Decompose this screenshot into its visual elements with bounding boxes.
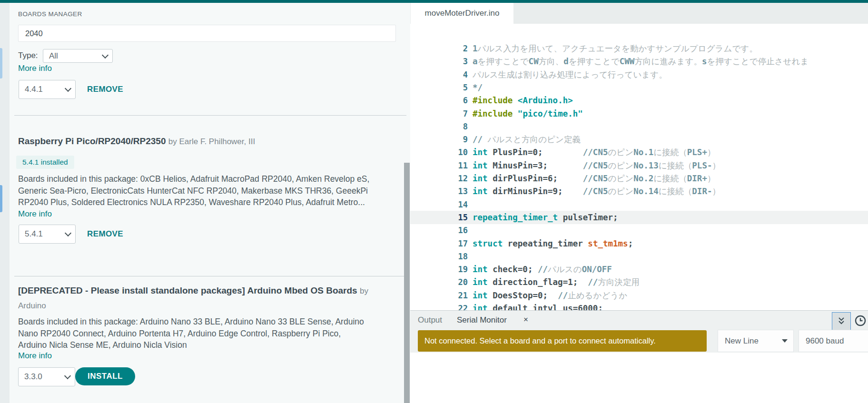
line-text: repeating_timer_t pulseTimer; bbox=[468, 213, 618, 222]
line-number: 4 bbox=[410, 70, 468, 79]
line-text: int MinusPin=3; //CN5のピンNo.13に接続（PLS-） bbox=[468, 160, 720, 171]
activity-strip bbox=[0, 3, 10, 403]
line-number: 12 bbox=[410, 174, 468, 183]
list-divider bbox=[14, 115, 406, 116]
code-line[interactable]: 14 bbox=[410, 198, 868, 211]
version-value-2: 5.4.1 bbox=[25, 229, 43, 239]
search-input[interactable] bbox=[18, 25, 396, 42]
code-line[interactable]: 19int check=0; //パルスのON/OFF bbox=[410, 263, 868, 276]
code-line[interactable]: 9// パルスと方向のピン定義 bbox=[410, 133, 868, 146]
version-select-3[interactable]: 3.3.0 bbox=[18, 367, 75, 386]
editor-tab-bar: moveMoterDriver.ino bbox=[410, 3, 868, 24]
code-line[interactable]: 21パルス入力を用いて、アクチュエータを動かすサンプルプログラムです。 bbox=[410, 42, 868, 55]
board-title-text: [DEPRECATED - Please install standalone … bbox=[18, 285, 357, 295]
install-button[interactable]: INSTALL bbox=[75, 367, 135, 385]
line-number: 11 bbox=[410, 161, 468, 170]
tab-serial-monitor[interactable]: Serial Monitor bbox=[457, 315, 507, 325]
tab-output[interactable]: Output bbox=[418, 315, 442, 325]
more-info-link-3[interactable]: More info bbox=[18, 351, 52, 361]
line-number: 10 bbox=[410, 147, 468, 157]
line-number: 9 bbox=[410, 135, 468, 144]
version-select-1[interactable]: 4.4.1 bbox=[19, 80, 76, 99]
type-filter-select[interactable]: All bbox=[43, 49, 113, 63]
line-number: 15 bbox=[410, 213, 468, 222]
chevron-down-icon bbox=[65, 85, 71, 92]
line-ending-select[interactable]: New Line bbox=[718, 330, 794, 352]
board-title-text: Raspberry Pi Pico/RP2040/RP2350 bbox=[18, 136, 166, 146]
chevron-down-icon bbox=[64, 373, 71, 379]
baud-rate-select[interactable]: 9600 baud bbox=[799, 330, 868, 352]
board-item-title: [DEPRECATED - Please install standalone … bbox=[18, 284, 389, 313]
line-ending-value: New Line bbox=[725, 336, 759, 346]
more-info-link-1[interactable]: More info bbox=[18, 64, 52, 73]
serial-monitor-panel: Output Serial Monitor × Not connected. S… bbox=[410, 310, 868, 403]
line-text: int dirPlusPin=6; //CN5のピンNo.2に接続（DIR+） bbox=[468, 173, 715, 184]
code-line[interactable]: 3aを押すことでCW方向、dを押すことでCWW方向に進みます。sを押すことで停止… bbox=[410, 55, 868, 68]
code-line[interactable]: 4パルス生成は割り込み処理によって行っています。 bbox=[410, 68, 868, 81]
timestamp-toggle-button[interactable] bbox=[853, 313, 868, 328]
code-line[interactable]: 5*/ bbox=[410, 81, 868, 94]
partial-icon-2[interactable] bbox=[0, 185, 2, 212]
line-text: 1パルス入力を用いて、アクチュエータを動かすサンプルプログラムです。 bbox=[468, 43, 758, 54]
code-line[interactable]: 18 bbox=[410, 250, 868, 263]
line-text: int check=0; //パルスのON/OFF bbox=[468, 264, 612, 275]
code-line[interactable]: 10int PlusPin=0; //CN5のピンNo.1に接続（PLS+） bbox=[410, 146, 868, 159]
baud-rate-value: 9600 baud bbox=[806, 336, 844, 346]
line-number: 22 bbox=[410, 304, 468, 310]
installed-badge: 5.4.1 installed bbox=[16, 156, 74, 169]
line-text: int default_intvl_us=6000; bbox=[468, 304, 603, 310]
type-filter-label: Type: bbox=[18, 51, 38, 60]
remove-button-1[interactable]: REMOVE bbox=[87, 85, 123, 94]
list-divider bbox=[14, 276, 406, 276]
triangle-down-icon bbox=[782, 339, 788, 343]
code-line[interactable]: 8 bbox=[410, 120, 868, 133]
line-number: 19 bbox=[410, 265, 468, 274]
code-editor[interactable]: 21パルス入力を用いて、アクチュエータを動かすサンプルプログラムです。3aを押す… bbox=[410, 24, 868, 310]
line-number: 13 bbox=[410, 187, 468, 196]
line-text: int dirMinusPin=9; //CN5のピンNo.14に接続（DIR-… bbox=[468, 186, 720, 197]
partial-icon-1[interactable] bbox=[0, 48, 2, 79]
code-line[interactable]: 22int default_intvl_us=6000; bbox=[410, 302, 868, 310]
line-text: int direction_flag=1; //方向決定用 bbox=[468, 276, 640, 288]
editor-tab[interactable]: moveMoterDriver.ino bbox=[411, 3, 513, 24]
line-number: 14 bbox=[410, 200, 468, 209]
line-number: 20 bbox=[410, 277, 468, 287]
code-line[interactable]: 16 bbox=[410, 224, 868, 237]
code-line[interactable]: 11int MinusPin=3; //CN5のピンNo.13に接続（PLS-） bbox=[410, 159, 868, 172]
boards-manager-panel: BOARDS MANAGER Type: All More info 4.4.1… bbox=[10, 3, 411, 403]
code-line[interactable]: 12int dirPlusPin=6; //CN5のピンNo.2に接続（DIR+… bbox=[410, 172, 868, 185]
code-line[interactable]: 17struct repeating_timer st_tm1ms; bbox=[410, 237, 868, 250]
version-value-1: 4.4.1 bbox=[25, 85, 43, 94]
type-filter-value: All bbox=[49, 51, 58, 61]
line-number: 8 bbox=[410, 122, 468, 131]
line-text: int DoesStop=0; //止めるかどうか bbox=[468, 290, 627, 301]
code-line[interactable]: 15repeating_timer_t pulseTimer; bbox=[410, 211, 868, 224]
line-number: 6 bbox=[410, 96, 468, 105]
code-line[interactable]: 7#include "pico/time.h" bbox=[410, 107, 868, 120]
chevron-down-icon bbox=[102, 51, 108, 58]
line-number: 7 bbox=[410, 109, 468, 118]
close-icon[interactable]: × bbox=[523, 315, 528, 324]
board-description: Boards included in this package: 0xCB He… bbox=[18, 173, 404, 208]
double-chevron-down-icon bbox=[836, 316, 847, 326]
line-number: 16 bbox=[410, 226, 468, 235]
remove-button-2[interactable]: REMOVE bbox=[87, 229, 123, 239]
not-connected-warning: Not connected. Select a board and a port… bbox=[418, 330, 707, 352]
line-text: パルス生成は割り込み処理によって行っています。 bbox=[468, 69, 667, 80]
more-info-link-2[interactable]: More info bbox=[18, 209, 52, 219]
line-text: struct repeating_timer st_tm1ms; bbox=[468, 239, 633, 248]
code-line[interactable]: 13int dirMinusPin=9; //CN5のピンNo.14に接続（DI… bbox=[410, 185, 868, 198]
code-editor-region: moveMoterDriver.ino 21パルス入力を用いて、アクチュエータを… bbox=[410, 3, 868, 310]
code-line[interactable]: 21int DoesStop=0; //止めるかどうか bbox=[410, 289, 868, 302]
code-line[interactable]: 20int direction_flag=1; //方向決定用 bbox=[410, 275, 868, 289]
board-item-title: Raspberry Pi Pico/RP2040/RP2350 by Earle… bbox=[18, 134, 399, 148]
code-line[interactable]: 6#include <Arduino.h> bbox=[410, 94, 868, 107]
clock-icon bbox=[854, 315, 867, 327]
version-select-2[interactable]: 5.4.1 bbox=[19, 225, 76, 244]
line-number: 18 bbox=[410, 252, 468, 261]
line-text: // パルスと方向のピン定義 bbox=[468, 134, 581, 145]
autoscroll-toggle-button[interactable] bbox=[832, 312, 851, 330]
board-description: Boards included in this package: Arduino… bbox=[18, 316, 404, 351]
line-number: 2 bbox=[410, 44, 468, 53]
panel-scrollbar[interactable] bbox=[404, 163, 410, 403]
